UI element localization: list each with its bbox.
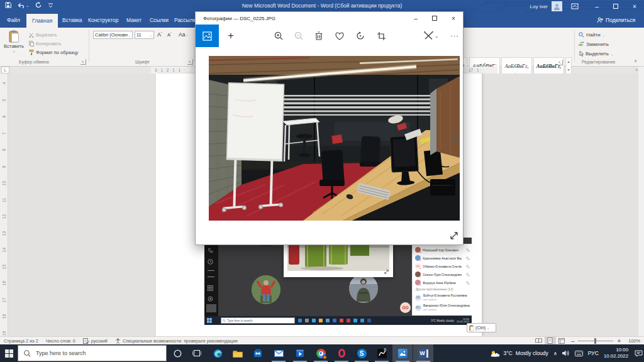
add-to-album-button[interactable]: + (223, 28, 238, 43)
rotate-button[interactable] (353, 28, 368, 43)
task-view-button[interactable] (187, 344, 207, 362)
shrink-font-button[interactable]: Аˇ (167, 32, 172, 38)
grow-font-button[interactable]: Аˆ (157, 31, 162, 38)
account-name[interactable]: Loy Iver (530, 4, 548, 9)
zoom-in-button[interactable]: + (613, 337, 625, 345)
taskbar-drawing-app[interactable]: 6 (372, 344, 392, 362)
delete-button[interactable] (311, 28, 326, 43)
see-more-button[interactable]: ··· (447, 28, 462, 43)
zoom-slider[interactable] (578, 341, 613, 341)
participant-row[interactable]: Нізінський Ігор Олегович (413, 246, 472, 254)
photos-title-bar[interactable]: Фотографии — DSC_0225.JPG – × (196, 12, 463, 25)
change-case-button[interactable]: Аа⌄ (179, 31, 189, 38)
document-scrollbar[interactable] (638, 67, 644, 336)
zoom-percent[interactable]: 100% (625, 337, 644, 345)
phone-icon[interactable] (208, 248, 213, 253)
edit-caret-icon[interactable]: ⌄ (432, 28, 441, 43)
font-name-combobox[interactable]: Calibri (Основн⌄ (93, 31, 133, 39)
call-avatar-person-military[interactable] (349, 274, 378, 303)
call-phone-icon[interactable] (466, 256, 470, 260)
collection-view-button[interactable] (196, 25, 219, 47)
zoom-slider-thumb[interactable] (594, 338, 596, 344)
cut-button[interactable]: Вырезать (29, 32, 57, 38)
tab-design[interactable]: Конструктор (82, 13, 124, 28)
replace-button[interactable]: ab Заменить (579, 41, 609, 47)
status-proofing[interactable]: русский (79, 337, 111, 345)
read-mode-button[interactable] (533, 337, 545, 345)
card-expand-icon[interactable] (384, 269, 389, 275)
pending-row[interactable]: ВЮ Вакаренко Юлія Олександрівнанет ответ… (413, 303, 472, 312)
call-phone-icon[interactable] (466, 265, 470, 268)
vertical-ruler[interactable]: 4 5 6 7 8 9 10 11 12 13 14 15 16 17 18 1… (0, 74, 8, 336)
other-invitees-label[interactable]: Другие приглашенные (13) (416, 288, 453, 291)
taskbar-file-explorer[interactable] (228, 344, 248, 362)
volume-icon[interactable] (562, 350, 570, 356)
taskbar-word[interactable]: W (413, 344, 433, 362)
taskbar-mail[interactable] (269, 344, 289, 362)
next-photo-button[interactable] (448, 128, 460, 146)
print-layout-button[interactable] (545, 337, 556, 345)
select-button[interactable]: Выделить⌄ (579, 51, 613, 57)
taskbar-edge[interactable] (208, 344, 228, 362)
paste-options-button[interactable]: (Ctrl) ⌄ (467, 323, 496, 332)
clipboard-dialog-launcher[interactable]: ↘ (80, 59, 86, 65)
taskbar-chrome[interactable] (311, 344, 331, 362)
tab-layout[interactable]: Макет (121, 13, 147, 28)
word-restore-button[interactable] (606, 0, 625, 13)
photo-dsc-0225[interactable] (209, 56, 460, 221)
find-button[interactable]: Найти⌄ (579, 32, 605, 38)
fullscreen-expand-icon[interactable] (449, 231, 459, 241)
word-minimize-button[interactable]: – (587, 0, 606, 13)
touch-keyboard-icon[interactable] (575, 351, 583, 356)
start-button[interactable] (0, 344, 18, 362)
word-close-button[interactable]: × (625, 0, 644, 13)
ruler-tab-selector[interactable]: L (1, 67, 9, 74)
participant-row[interactable]: Федорук Анна Юріївна (413, 278, 472, 287)
pending-row[interactable]: БЄ Бойчук Єлизавета Русланівнанет ответа (413, 293, 472, 302)
photos-close-button[interactable]: × (444, 12, 463, 25)
settings-icon[interactable] (208, 296, 213, 302)
weather-widget[interactable]: 3°C Mostly cloudy (491, 350, 548, 357)
favorite-button[interactable] (332, 28, 347, 43)
action-center-icon[interactable] (635, 350, 643, 357)
web-layout-button[interactable] (556, 337, 567, 345)
zoom-out-button[interactable] (291, 28, 306, 43)
copy-button[interactable]: Копировать (29, 41, 61, 47)
ribbon-display-options-icon[interactable] (571, 3, 579, 9)
call-phone-icon[interactable] (466, 248, 470, 252)
call-avatar-person-red[interactable] (252, 275, 280, 304)
taskbar-opera[interactable] (331, 344, 352, 362)
clock[interactable]: 10:0010.02.2022 (604, 347, 628, 359)
crop-button[interactable] (374, 28, 389, 43)
format-painter-button[interactable]: Формат по образцу (29, 50, 78, 55)
font-size-combobox[interactable]: 11⌄ (135, 31, 154, 39)
photos-minimize-button[interactable]: – (406, 12, 425, 25)
sidebar-thumbnail[interactable] (206, 304, 216, 312)
call-phone-icon[interactable] (466, 273, 470, 277)
tab-file[interactable]: Файл (1, 13, 26, 28)
taskbar-store[interactable] (248, 344, 268, 362)
status-word-count[interactable]: Число слов: 0 (42, 337, 79, 345)
grid-icon[interactable] (208, 285, 213, 291)
font-dialog-launcher[interactable]: ↘ (187, 59, 193, 65)
cortana-button[interactable] (167, 344, 187, 362)
taskbar-search-box[interactable]: Type here to search (18, 345, 167, 361)
taskbar-movies-tv[interactable] (290, 344, 310, 362)
styles-dialog-launcher[interactable]: ↘ (557, 60, 563, 65)
language-indicator[interactable]: РУС (588, 350, 599, 356)
tab-home[interactable]: Главная (26, 14, 58, 28)
tray-overflow-button[interactable]: ∧ (553, 351, 557, 356)
paste-button[interactable]: Вставить ⌄ (3, 30, 25, 61)
styles-scroll-up-icon[interactable]: ▲ (566, 58, 571, 66)
zoom-out-button[interactable]: – (567, 337, 579, 345)
avatar[interactable] (552, 1, 562, 11)
collapse-ribbon-button[interactable]: ∧ (634, 58, 637, 63)
taskbar-skype[interactable]: S (352, 344, 372, 362)
participant-row[interactable]: Скачко Лідія Олександрівна (413, 270, 472, 278)
participant-row[interactable]: Красножівка Анастасія Фед... (413, 254, 472, 262)
taskbar-photos[interactable] (392, 344, 413, 362)
call-phone-icon[interactable] (466, 281, 470, 285)
clock-icon[interactable] (208, 259, 213, 265)
participant-row[interactable]: ОО Обмінко Єлизавета Олегівна (413, 262, 472, 270)
status-accessibility[interactable]: Специальные возможности: проверьте реком… (111, 337, 242, 345)
